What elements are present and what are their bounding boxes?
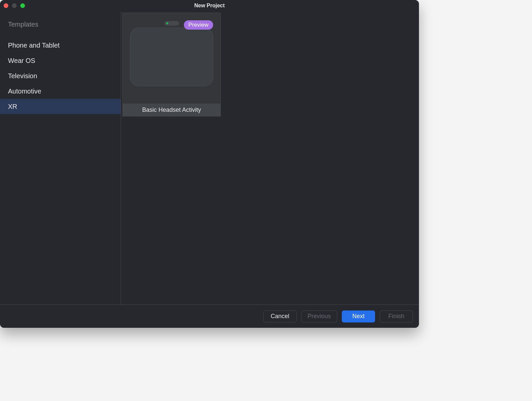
- dialog-body: Templates Phone and Tablet Wear OS Telev…: [0, 11, 419, 304]
- device-notch-icon: [164, 21, 179, 26]
- new-project-dialog: New Project Templates Phone and Tablet W…: [0, 0, 419, 328]
- template-grid: Preview Basic Headset Activity: [121, 11, 419, 304]
- zoom-window-icon[interactable]: [20, 3, 25, 8]
- finish-button[interactable]: Finish: [380, 310, 413, 322]
- template-card-basic-headset-activity[interactable]: Preview Basic Headset Activity: [122, 13, 221, 116]
- sidebar-item-label: Television: [8, 72, 37, 80]
- cancel-button[interactable]: Cancel: [263, 310, 297, 322]
- traffic-lights: [4, 3, 25, 8]
- minimize-window-icon[interactable]: [12, 3, 17, 8]
- sidebar-item-label: Phone and Tablet: [8, 42, 60, 49]
- sidebar-heading: Templates: [0, 21, 121, 38]
- preview-badge: Preview: [184, 20, 213, 30]
- sidebar-item-label: XR: [8, 103, 17, 110]
- previous-button[interactable]: Previous: [301, 310, 337, 322]
- close-window-icon[interactable]: [4, 3, 8, 8]
- device-screen-icon: [130, 28, 213, 86]
- sidebar-item-automotive[interactable]: Automotive: [0, 84, 121, 99]
- sidebar-item-phone-and-tablet[interactable]: Phone and Tablet: [0, 38, 121, 53]
- template-preview: Preview: [123, 13, 220, 103]
- sidebar-item-label: Automotive: [8, 88, 41, 95]
- next-button[interactable]: Next: [342, 310, 375, 322]
- footer: Cancel Previous Next Finish: [0, 304, 419, 328]
- window-title: New Project: [194, 3, 225, 9]
- sidebar-item-television[interactable]: Television: [0, 68, 121, 84]
- sidebar-item-wear-os[interactable]: Wear OS: [0, 53, 121, 68]
- sidebar-item-xr[interactable]: XR: [0, 99, 121, 114]
- template-label: Basic Headset Activity: [123, 103, 220, 116]
- sidebar-item-label: Wear OS: [8, 57, 35, 64]
- titlebar: New Project: [0, 0, 419, 11]
- sidebar: Templates Phone and Tablet Wear OS Telev…: [0, 11, 121, 304]
